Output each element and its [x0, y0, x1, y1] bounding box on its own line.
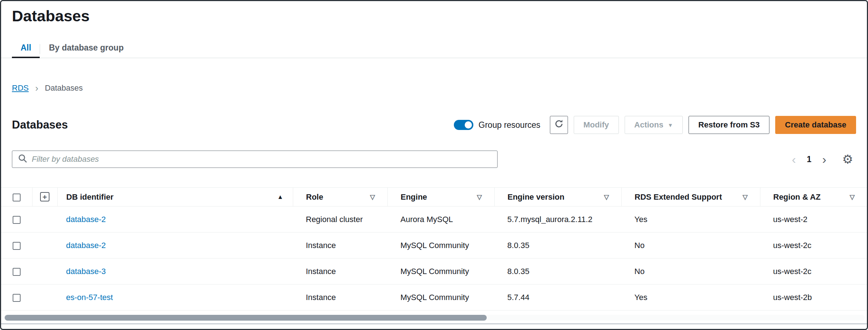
role-cell: Instance	[293, 233, 387, 259]
filter-databases-input[interactable]	[32, 155, 491, 164]
expand-all-icon[interactable]: +	[40, 192, 49, 201]
group-resources-label: Group resources	[478, 120, 540, 130]
column-label: Engine version	[508, 192, 565, 202]
rds-console-window: Databases All By database group RDS › Da…	[0, 0, 868, 330]
role-cell: Instance	[293, 259, 387, 285]
filter-dropdown-icon[interactable]: ▽	[370, 193, 375, 201]
search-icon	[18, 154, 27, 165]
region-az-cell: us-west-2	[760, 207, 867, 233]
row-checkbox[interactable]	[13, 294, 21, 302]
row-checkbox[interactable]	[13, 216, 21, 224]
filter-search-box	[12, 151, 498, 168]
next-page-icon[interactable]: ›	[822, 154, 826, 165]
table-row: database-3 Instance MySQL Community 8.0.…	[1, 259, 867, 285]
refresh-icon	[554, 119, 564, 131]
column-label: RDS Extended Support	[635, 192, 722, 202]
breadcrumb: RDS › Databases	[12, 83, 867, 93]
breadcrumb-link-rds[interactable]: RDS	[12, 83, 29, 93]
previous-page-icon[interactable]: ‹	[792, 154, 796, 165]
engine-cell: Aurora MySQL	[387, 207, 494, 233]
filter-dropdown-icon[interactable]: ▽	[477, 193, 482, 201]
column-label: Role	[306, 192, 324, 202]
engine-cell: MySQL Community	[387, 285, 494, 311]
engine-version-cell: 5.7.mysql_aurora.2.11.2	[494, 207, 621, 233]
horizontal-scrollbar-track[interactable]	[3, 315, 865, 321]
engine-version-cell: 5.7.44	[494, 285, 621, 311]
create-database-button[interactable]: Create database	[775, 116, 856, 134]
region-az-cell: us-west-2b	[760, 285, 867, 311]
expand-cell	[32, 285, 57, 311]
role-cell: Instance	[293, 285, 387, 311]
rds-extended-support-cell: Yes	[621, 207, 760, 233]
column-header-db-identifier[interactable]: DB identifier ▲	[57, 188, 293, 207]
panel-title: Databases	[12, 118, 68, 131]
db-identifier-link[interactable]: database-2	[66, 215, 106, 224]
engine-cell: MySQL Community	[387, 259, 494, 285]
group-resources-toggle-group: Group resources	[454, 120, 540, 130]
settings-gear-icon[interactable]: ⚙	[842, 153, 853, 165]
expand-cell	[32, 207, 57, 233]
filter-row: ‹ 1 › ⚙	[12, 151, 856, 168]
panel-header: Databases Group resources Modify Actions	[12, 116, 856, 134]
tab-by-database-group[interactable]: By database group	[40, 43, 132, 58]
rds-extended-support-cell: No	[621, 233, 760, 259]
actions-button[interactable]: Actions ▼	[625, 116, 683, 134]
row-checkbox[interactable]	[13, 268, 21, 276]
sort-ascending-icon[interactable]: ▲	[277, 194, 283, 201]
toggle-knob	[465, 121, 472, 129]
current-page-number[interactable]: 1	[807, 155, 811, 164]
column-label: DB identifier	[66, 192, 114, 202]
table-header-row: + DB identifier ▲ Role ▽ Engine	[1, 188, 867, 207]
engine-cell: MySQL Community	[387, 233, 494, 259]
engine-version-cell: 8.0.35	[494, 259, 621, 285]
expand-cell	[32, 233, 57, 259]
actions-button-label: Actions	[634, 120, 664, 130]
column-header-rds-extended-support[interactable]: RDS Extended Support ▽	[621, 188, 760, 207]
db-identifier-link[interactable]: database-3	[66, 267, 106, 276]
region-az-cell: us-west-2c	[760, 259, 867, 285]
header-expand-cell: +	[32, 188, 57, 207]
column-header-engine[interactable]: Engine ▽	[387, 188, 494, 207]
header-select-all-cell	[1, 188, 32, 207]
filter-dropdown-icon[interactable]: ▽	[743, 193, 748, 201]
rds-extended-support-cell: No	[621, 259, 760, 285]
column-label: Region & AZ	[773, 192, 821, 202]
pagination: ‹ 1 ›	[792, 154, 826, 165]
filter-dropdown-icon[interactable]: ▽	[604, 193, 609, 201]
modify-button[interactable]: Modify	[574, 116, 619, 134]
horizontal-scrollbar-thumb[interactable]	[5, 315, 487, 321]
databases-table: + DB identifier ▲ Role ▽ Engine	[1, 187, 867, 311]
table-tools: ‹ 1 › ⚙	[792, 153, 853, 165]
select-all-checkbox[interactable]	[13, 194, 21, 201]
filter-dropdown-icon[interactable]: ▽	[850, 193, 855, 201]
refresh-button[interactable]	[550, 116, 568, 134]
rds-extended-support-cell: Yes	[621, 285, 760, 311]
table-row: es-on-57-test Instance MySQL Community 5…	[1, 285, 867, 311]
panel-controls: Group resources Modify Actions ▼ Restore…	[454, 116, 856, 134]
column-header-region-az[interactable]: Region & AZ ▽	[760, 188, 867, 207]
column-label: Engine	[401, 192, 427, 202]
breadcrumb-separator-icon: ›	[35, 84, 38, 92]
db-identifier-link[interactable]: es-on-57-test	[66, 293, 113, 302]
tab-bar: All By database group	[1, 39, 867, 58]
db-identifier-link[interactable]: database-2	[66, 241, 106, 250]
column-header-role[interactable]: Role ▽	[293, 188, 387, 207]
region-az-cell: us-west-2c	[760, 233, 867, 259]
restore-from-s3-button[interactable]: Restore from S3	[689, 116, 769, 134]
table-row: database-2 Regional cluster Aurora MySQL…	[1, 207, 867, 233]
tab-all[interactable]: All	[12, 43, 40, 58]
table-row: database-2 Instance MySQL Community 8.0.…	[1, 233, 867, 259]
breadcrumb-current: Databases	[45, 83, 83, 93]
role-cell: Regional cluster	[293, 207, 387, 233]
caret-down-icon: ▼	[668, 122, 673, 128]
page-title: Databases	[12, 7, 867, 25]
panel-bottom-border	[1, 324, 867, 324]
expand-cell	[32, 259, 57, 285]
engine-version-cell: 8.0.35	[494, 233, 621, 259]
row-checkbox[interactable]	[13, 242, 21, 250]
group-resources-toggle[interactable]	[454, 120, 473, 130]
column-header-engine-version[interactable]: Engine version ▽	[494, 188, 621, 207]
